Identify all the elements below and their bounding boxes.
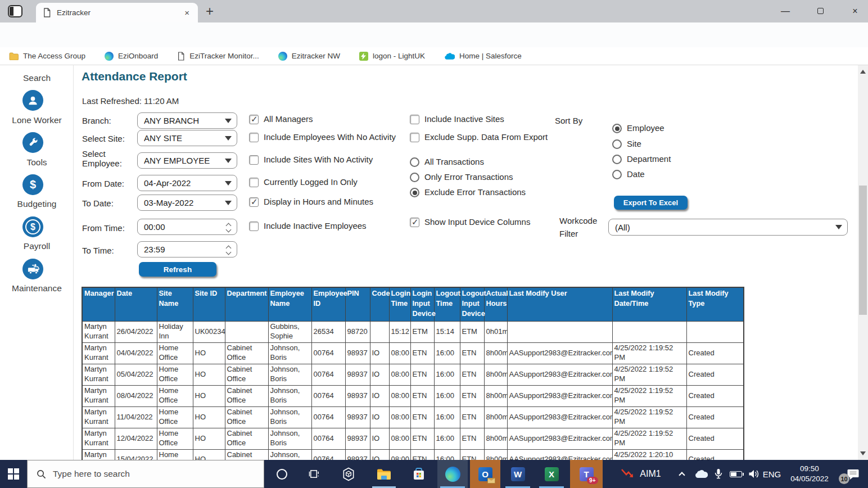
radio-only-error-transactions[interactable]: Only Error Transactions — [410, 173, 513, 182]
checkbox-icon[interactable] — [249, 197, 259, 207]
checkbox-icon[interactable] — [249, 155, 259, 165]
window-minimize-button[interactable]: — — [777, 6, 794, 16]
radio-sort-employee[interactable]: Employee — [612, 124, 664, 133]
radio-icon[interactable] — [612, 170, 622, 179]
page-scrollbar[interactable] — [858, 65, 868, 460]
from-date-label: From Date: — [82, 179, 124, 188]
bookmark-ezitracker-nw[interactable]: Ezitracker NW — [278, 52, 340, 61]
spinner-icon[interactable] — [225, 245, 232, 255]
battery-icon[interactable] — [726, 460, 745, 488]
site-dropdown[interactable]: ANY SITE — [137, 130, 237, 146]
aim-tray-item[interactable]: AIM1 — [612, 460, 670, 488]
spinner-icon[interactable] — [225, 223, 232, 232]
window-close-button[interactable]: × — [847, 6, 864, 16]
microsoft-store-icon[interactable] — [405, 460, 433, 488]
edge-taskbar-icon[interactable] — [437, 460, 468, 488]
checkbox-icon[interactable] — [410, 115, 419, 124]
sidebar-item-search[interactable]: Search — [0, 73, 74, 83]
checkbox-icon[interactable] — [410, 133, 419, 142]
browser-tab[interactable]: Ezitracker × — [36, 3, 198, 22]
tab-close-icon[interactable]: × — [183, 8, 191, 17]
bookmark-logon-lightuk[interactable]: logon - LightUK — [359, 52, 425, 61]
chevron-down-icon — [225, 159, 232, 163]
word-taskbar-icon[interactable]: W — [503, 460, 533, 488]
bookmark-ezionboard[interactable]: EziOnboard — [105, 52, 158, 61]
checkbox-include-employees-no-activity[interactable]: Include Employees With No Activity — [249, 133, 396, 142]
taskbar-clock[interactable]: 09:50 04/05/2022 — [785, 460, 834, 488]
tab-actions-menu-icon[interactable] — [8, 5, 22, 17]
checkbox-currently-logged-in[interactable]: Currently Logged In Only — [249, 178, 358, 187]
from-time-input[interactable]: 00:00 — [137, 219, 237, 235]
table-cell: Cabinet Office — [225, 342, 268, 364]
microphone-icon[interactable] — [711, 460, 726, 488]
checkbox-icon[interactable] — [249, 222, 259, 231]
van-icon[interactable] — [22, 259, 43, 279]
radio-all-transactions[interactable]: All Transactions — [410, 157, 484, 167]
window-maximize-button[interactable] — [812, 8, 829, 14]
table-cell: Gubbins, Sophie — [268, 321, 311, 342]
new-tab-button[interactable]: + — [206, 3, 214, 19]
start-button[interactable] — [0, 460, 27, 488]
bookmark-the-access-group[interactable]: The Access Group — [9, 52, 85, 60]
branch-dropdown[interactable]: ANY BRANCH — [137, 112, 237, 129]
checkbox-icon[interactable] — [410, 218, 419, 227]
scrollbar-thumb[interactable] — [859, 186, 867, 315]
language-indicator[interactable]: ENG — [760, 460, 784, 488]
dollar-circle-icon[interactable]: $ — [22, 216, 43, 237]
wrench-icon[interactable] — [22, 132, 43, 153]
dollar-icon[interactable]: $ — [22, 174, 43, 195]
bookmark-home-salesforce[interactable]: Home | Salesforce — [444, 52, 522, 60]
radio-sort-date[interactable]: Date — [612, 170, 645, 179]
to-time-input[interactable]: 23:59 — [137, 241, 237, 257]
checkbox-display-hours-minutes[interactable]: Display in Hours and Minutes — [249, 197, 373, 207]
radio-exclude-error-transactions[interactable]: Exclude Error Transactions — [410, 188, 526, 197]
checkbox-show-input-device-columns[interactable]: Show Input Device Columns — [410, 218, 530, 227]
sidebar-item-payroll[interactable]: Payroll — [0, 241, 74, 251]
checkbox-icon[interactable] — [249, 178, 259, 187]
scroll-down-icon[interactable] — [860, 451, 866, 455]
checkbox-include-sites-no-activity[interactable]: Include Sites With No Activity — [249, 155, 373, 165]
radio-icon[interactable] — [612, 155, 622, 164]
teams-taskbar-icon[interactable]: T9+ — [570, 460, 603, 488]
radio-sort-department[interactable]: Department — [612, 155, 671, 164]
radio-icon[interactable] — [410, 173, 419, 182]
file-explorer-icon[interactable] — [370, 460, 398, 488]
checkbox-exclude-supp-data[interactable]: Exclude Supp. Data From Export — [410, 133, 548, 142]
checkbox-all-managers[interactable]: All Managers — [249, 115, 313, 124]
checkbox-include-inactive-employees[interactable]: Include Inactive Employees — [249, 222, 367, 231]
sidebar-item-tools[interactable]: Tools — [0, 157, 74, 168]
person-icon[interactable] — [22, 90, 43, 111]
scroll-up-icon[interactable] — [860, 70, 866, 74]
table-cell: AASupport2983@Ezitracker.com — [507, 385, 612, 406]
excel-taskbar-icon[interactable]: X — [536, 460, 567, 488]
radio-icon[interactable] — [612, 124, 622, 133]
employee-dropdown[interactable]: ANY EMPLOYEE — [137, 152, 237, 169]
radio-icon[interactable] — [612, 139, 622, 149]
notification-center-icon[interactable]: 10 — [838, 460, 868, 488]
cortana-icon[interactable] — [269, 460, 295, 488]
hidden-icons-chevron[interactable] — [673, 460, 690, 488]
export-to-excel-button[interactable]: Export To Excel — [614, 196, 688, 210]
checkbox-icon[interactable] — [249, 133, 259, 142]
workcode-filter-dropdown[interactable]: (All) — [608, 219, 848, 236]
page-content: Search Lone Worker Tools $ Budgeting $ P… — [0, 65, 858, 460]
radio-sort-site[interactable]: Site — [612, 139, 641, 149]
to-date-dropdown[interactable]: 03-May-2022 — [137, 195, 237, 211]
table-cell: AASupport2983@Ezitracker.com — [507, 449, 612, 460]
sidebar-item-budgeting[interactable]: Budgeting — [0, 199, 74, 209]
sidebar-item-maintenance[interactable]: Maintenance — [0, 283, 74, 293]
task-view-icon[interactable] — [301, 460, 327, 488]
to-time-label: To Time: — [82, 246, 114, 255]
checkbox-icon[interactable] — [249, 115, 259, 124]
hexagon-app-icon[interactable] — [335, 460, 362, 488]
onedrive-icon[interactable] — [691, 460, 711, 488]
taskbar-search-input[interactable]: Type here to search — [27, 460, 264, 488]
radio-icon[interactable] — [410, 188, 419, 197]
sidebar-item-lone-worker[interactable]: Lone Worker — [0, 115, 74, 125]
from-date-dropdown[interactable]: 04-Apr-2022 — [137, 175, 237, 191]
checkbox-include-inactive-sites[interactable]: Include Inactive Sites — [410, 115, 504, 124]
refresh-button[interactable]: Refresh — [139, 262, 216, 277]
bookmark-ezitracker-monitor[interactable]: EziTracker Monitor... — [177, 52, 259, 61]
radio-icon[interactable] — [410, 157, 419, 167]
outlook-taskbar-icon[interactable]: O — [470, 460, 500, 488]
